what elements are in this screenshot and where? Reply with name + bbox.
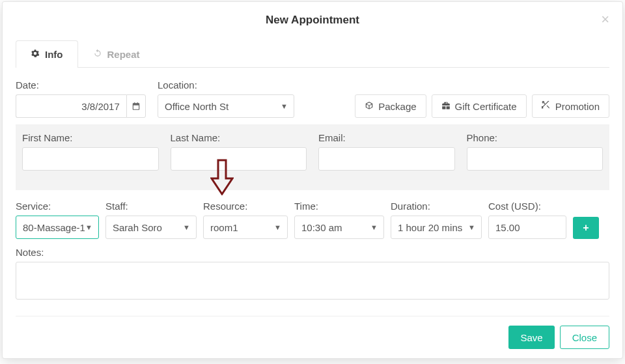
cost-label: Cost (USD):: [488, 201, 566, 212]
tab-repeat[interactable]: Repeat: [78, 40, 155, 68]
resource-label: Resource:: [203, 201, 288, 212]
last-name-field[interactable]: [171, 147, 307, 171]
close-button[interactable]: Close: [560, 326, 609, 349]
email-label: Email:: [318, 132, 455, 143]
duration-select[interactable]: 1 hour 20 mins: [391, 216, 482, 239]
date-label: Date:: [16, 79, 146, 91]
cube-icon: [365, 101, 374, 112]
package-label: Package: [378, 101, 416, 112]
location-label: Location:: [158, 79, 294, 91]
close-icon[interactable]: ×: [601, 12, 609, 27]
service-select[interactable]: 80-Massage-1: [16, 216, 99, 239]
calendar-icon[interactable]: [126, 94, 146, 118]
email-field[interactable]: [318, 147, 455, 171]
tab-info-label: Info: [45, 49, 63, 60]
gift-label: Gift Certificate: [455, 101, 517, 112]
add-service-button[interactable]: +: [573, 217, 599, 239]
time-select[interactable]: 10:30 am: [294, 216, 384, 239]
gear-icon: [31, 49, 40, 60]
first-name-label: First Name:: [22, 132, 159, 143]
first-name-field[interactable]: [22, 147, 159, 171]
tab-info[interactable]: Info: [16, 40, 78, 68]
divider: [16, 316, 609, 316]
promotion-button[interactable]: Promotion: [532, 94, 609, 118]
package-button[interactable]: Package: [355, 94, 426, 118]
staff-label: Staff:: [105, 201, 197, 212]
service-label: Service:: [16, 201, 99, 212]
time-value: 10:30 am: [301, 222, 342, 233]
modal-title: New Appointment: [16, 14, 609, 27]
duration-label: Duration:: [391, 201, 482, 212]
phone-field[interactable]: [467, 147, 604, 171]
resource-value: room1: [210, 222, 238, 233]
new-appointment-modal: × New Appointment Info Repeat Date:: [2, 1, 623, 359]
refresh-icon: [93, 49, 102, 60]
save-button[interactable]: Save: [508, 326, 554, 349]
service-value: 80-Massage-1: [23, 222, 85, 233]
location-select[interactable]: Office North St: [158, 94, 294, 118]
gift-cert-button[interactable]: Gift Certificate: [432, 94, 527, 118]
staff-select[interactable]: Sarah Soro: [105, 216, 197, 239]
duration-value: 1 hour 20 mins: [398, 222, 462, 233]
date-field[interactable]: [16, 94, 126, 118]
resource-select[interactable]: room1: [203, 216, 288, 239]
plus-icon: +: [583, 222, 589, 234]
notes-field[interactable]: [16, 262, 609, 300]
tabs: Info Repeat: [16, 40, 609, 68]
time-label: Time:: [294, 201, 384, 212]
customer-panel: First Name: Last Name: Email: Phone:: [16, 124, 609, 190]
staff-value: Sarah Soro: [113, 222, 162, 233]
tab-repeat-label: Repeat: [107, 49, 140, 60]
save-label: Save: [520, 332, 542, 343]
gift-icon: [441, 101, 451, 112]
notes-label: Notes:: [16, 247, 609, 258]
phone-label: Phone:: [467, 132, 604, 143]
last-name-label: Last Name:: [171, 132, 307, 143]
promo-label: Promotion: [555, 101, 600, 112]
close-label: Close: [572, 332, 597, 343]
cost-field[interactable]: [488, 216, 566, 239]
scissors-icon: [542, 101, 551, 112]
location-value: Office North St: [165, 101, 229, 112]
